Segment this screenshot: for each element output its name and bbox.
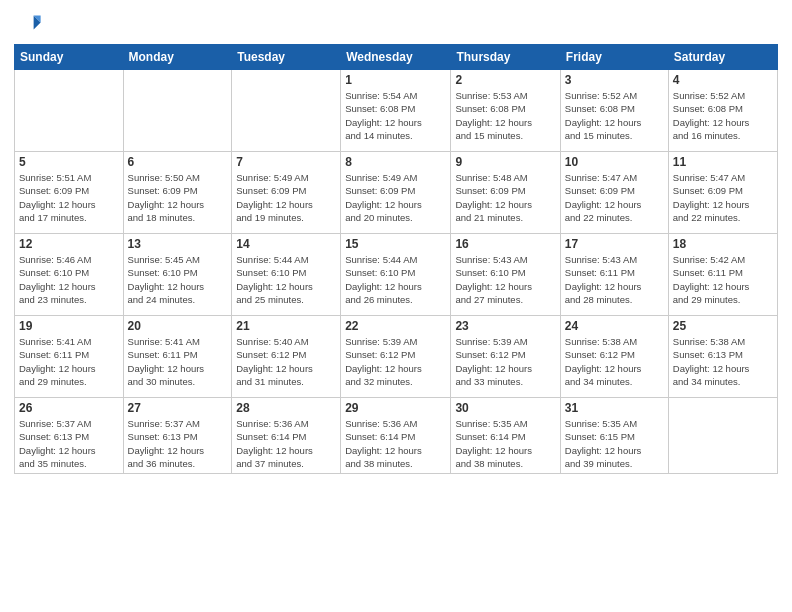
- day-info: Sunrise: 5:43 AM Sunset: 6:10 PM Dayligh…: [455, 253, 555, 306]
- day-info: Sunrise: 5:37 AM Sunset: 6:13 PM Dayligh…: [128, 417, 228, 470]
- calendar-cell: 20Sunrise: 5:41 AM Sunset: 6:11 PM Dayli…: [123, 316, 232, 398]
- calendar-cell: 2Sunrise: 5:53 AM Sunset: 6:08 PM Daylig…: [451, 70, 560, 152]
- day-info: Sunrise: 5:52 AM Sunset: 6:08 PM Dayligh…: [565, 89, 664, 142]
- day-number: 25: [673, 319, 773, 333]
- calendar-cell: 22Sunrise: 5:39 AM Sunset: 6:12 PM Dayli…: [341, 316, 451, 398]
- day-number: 14: [236, 237, 336, 251]
- calendar-cell: 13Sunrise: 5:45 AM Sunset: 6:10 PM Dayli…: [123, 234, 232, 316]
- calendar-cell: 12Sunrise: 5:46 AM Sunset: 6:10 PM Dayli…: [15, 234, 124, 316]
- day-number: 28: [236, 401, 336, 415]
- day-info: Sunrise: 5:45 AM Sunset: 6:10 PM Dayligh…: [128, 253, 228, 306]
- day-number: 22: [345, 319, 446, 333]
- calendar-cell: 27Sunrise: 5:37 AM Sunset: 6:13 PM Dayli…: [123, 398, 232, 474]
- day-number: 31: [565, 401, 664, 415]
- calendar-cell: 28Sunrise: 5:36 AM Sunset: 6:14 PM Dayli…: [232, 398, 341, 474]
- calendar-cell: 18Sunrise: 5:42 AM Sunset: 6:11 PM Dayli…: [668, 234, 777, 316]
- day-info: Sunrise: 5:54 AM Sunset: 6:08 PM Dayligh…: [345, 89, 446, 142]
- day-info: Sunrise: 5:43 AM Sunset: 6:11 PM Dayligh…: [565, 253, 664, 306]
- day-info: Sunrise: 5:47 AM Sunset: 6:09 PM Dayligh…: [565, 171, 664, 224]
- day-info: Sunrise: 5:41 AM Sunset: 6:11 PM Dayligh…: [19, 335, 119, 388]
- calendar-cell: 24Sunrise: 5:38 AM Sunset: 6:12 PM Dayli…: [560, 316, 668, 398]
- calendar-cell: 21Sunrise: 5:40 AM Sunset: 6:12 PM Dayli…: [232, 316, 341, 398]
- day-info: Sunrise: 5:48 AM Sunset: 6:09 PM Dayligh…: [455, 171, 555, 224]
- day-number: 18: [673, 237, 773, 251]
- day-info: Sunrise: 5:47 AM Sunset: 6:09 PM Dayligh…: [673, 171, 773, 224]
- day-info: Sunrise: 5:44 AM Sunset: 6:10 PM Dayligh…: [345, 253, 446, 306]
- logo-icon: [14, 10, 42, 38]
- calendar-row: 19Sunrise: 5:41 AM Sunset: 6:11 PM Dayli…: [15, 316, 778, 398]
- day-number: 11: [673, 155, 773, 169]
- day-number: 3: [565, 73, 664, 87]
- calendar-cell: 17Sunrise: 5:43 AM Sunset: 6:11 PM Dayli…: [560, 234, 668, 316]
- calendar-cell: 5Sunrise: 5:51 AM Sunset: 6:09 PM Daylig…: [15, 152, 124, 234]
- calendar-cell: 31Sunrise: 5:35 AM Sunset: 6:15 PM Dayli…: [560, 398, 668, 474]
- day-number: 16: [455, 237, 555, 251]
- logo: [14, 10, 46, 38]
- weekday-header: Thursday: [451, 45, 560, 70]
- calendar-cell: 6Sunrise: 5:50 AM Sunset: 6:09 PM Daylig…: [123, 152, 232, 234]
- calendar-cell: 16Sunrise: 5:43 AM Sunset: 6:10 PM Dayli…: [451, 234, 560, 316]
- weekday-header: Sunday: [15, 45, 124, 70]
- weekday-header: Monday: [123, 45, 232, 70]
- calendar-cell: 15Sunrise: 5:44 AM Sunset: 6:10 PM Dayli…: [341, 234, 451, 316]
- day-info: Sunrise: 5:36 AM Sunset: 6:14 PM Dayligh…: [345, 417, 446, 470]
- day-number: 23: [455, 319, 555, 333]
- calendar-cell: 19Sunrise: 5:41 AM Sunset: 6:11 PM Dayli…: [15, 316, 124, 398]
- day-number: 29: [345, 401, 446, 415]
- calendar-cell: 14Sunrise: 5:44 AM Sunset: 6:10 PM Dayli…: [232, 234, 341, 316]
- day-number: 19: [19, 319, 119, 333]
- day-info: Sunrise: 5:44 AM Sunset: 6:10 PM Dayligh…: [236, 253, 336, 306]
- day-number: 5: [19, 155, 119, 169]
- calendar-cell: 9Sunrise: 5:48 AM Sunset: 6:09 PM Daylig…: [451, 152, 560, 234]
- calendar-cell: 7Sunrise: 5:49 AM Sunset: 6:09 PM Daylig…: [232, 152, 341, 234]
- calendar-cell: 8Sunrise: 5:49 AM Sunset: 6:09 PM Daylig…: [341, 152, 451, 234]
- day-info: Sunrise: 5:39 AM Sunset: 6:12 PM Dayligh…: [455, 335, 555, 388]
- weekday-header: Friday: [560, 45, 668, 70]
- calendar-row: 5Sunrise: 5:51 AM Sunset: 6:09 PM Daylig…: [15, 152, 778, 234]
- day-number: 2: [455, 73, 555, 87]
- day-info: Sunrise: 5:51 AM Sunset: 6:09 PM Dayligh…: [19, 171, 119, 224]
- weekday-header-row: SundayMondayTuesdayWednesdayThursdayFrid…: [15, 45, 778, 70]
- day-number: 20: [128, 319, 228, 333]
- calendar: SundayMondayTuesdayWednesdayThursdayFrid…: [14, 44, 778, 474]
- calendar-cell: 30Sunrise: 5:35 AM Sunset: 6:14 PM Dayli…: [451, 398, 560, 474]
- day-info: Sunrise: 5:35 AM Sunset: 6:15 PM Dayligh…: [565, 417, 664, 470]
- day-info: Sunrise: 5:46 AM Sunset: 6:10 PM Dayligh…: [19, 253, 119, 306]
- day-number: 10: [565, 155, 664, 169]
- weekday-header: Tuesday: [232, 45, 341, 70]
- day-number: 15: [345, 237, 446, 251]
- day-info: Sunrise: 5:37 AM Sunset: 6:13 PM Dayligh…: [19, 417, 119, 470]
- day-number: 21: [236, 319, 336, 333]
- day-info: Sunrise: 5:42 AM Sunset: 6:11 PM Dayligh…: [673, 253, 773, 306]
- calendar-cell: [232, 70, 341, 152]
- day-info: Sunrise: 5:53 AM Sunset: 6:08 PM Dayligh…: [455, 89, 555, 142]
- calendar-cell: [668, 398, 777, 474]
- day-number: 4: [673, 73, 773, 87]
- day-info: Sunrise: 5:49 AM Sunset: 6:09 PM Dayligh…: [345, 171, 446, 224]
- day-number: 1: [345, 73, 446, 87]
- calendar-cell: 1Sunrise: 5:54 AM Sunset: 6:08 PM Daylig…: [341, 70, 451, 152]
- calendar-cell: [123, 70, 232, 152]
- day-number: 8: [345, 155, 446, 169]
- day-number: 24: [565, 319, 664, 333]
- weekday-header: Saturday: [668, 45, 777, 70]
- day-number: 30: [455, 401, 555, 415]
- day-info: Sunrise: 5:50 AM Sunset: 6:09 PM Dayligh…: [128, 171, 228, 224]
- day-number: 12: [19, 237, 119, 251]
- day-info: Sunrise: 5:38 AM Sunset: 6:12 PM Dayligh…: [565, 335, 664, 388]
- calendar-cell: 4Sunrise: 5:52 AM Sunset: 6:08 PM Daylig…: [668, 70, 777, 152]
- calendar-cell: 11Sunrise: 5:47 AM Sunset: 6:09 PM Dayli…: [668, 152, 777, 234]
- weekday-header: Wednesday: [341, 45, 451, 70]
- header: [14, 10, 778, 38]
- day-info: Sunrise: 5:38 AM Sunset: 6:13 PM Dayligh…: [673, 335, 773, 388]
- day-info: Sunrise: 5:40 AM Sunset: 6:12 PM Dayligh…: [236, 335, 336, 388]
- day-number: 7: [236, 155, 336, 169]
- day-number: 26: [19, 401, 119, 415]
- calendar-cell: 10Sunrise: 5:47 AM Sunset: 6:09 PM Dayli…: [560, 152, 668, 234]
- day-info: Sunrise: 5:35 AM Sunset: 6:14 PM Dayligh…: [455, 417, 555, 470]
- calendar-cell: 23Sunrise: 5:39 AM Sunset: 6:12 PM Dayli…: [451, 316, 560, 398]
- day-number: 17: [565, 237, 664, 251]
- calendar-row: 12Sunrise: 5:46 AM Sunset: 6:10 PM Dayli…: [15, 234, 778, 316]
- day-info: Sunrise: 5:36 AM Sunset: 6:14 PM Dayligh…: [236, 417, 336, 470]
- day-info: Sunrise: 5:52 AM Sunset: 6:08 PM Dayligh…: [673, 89, 773, 142]
